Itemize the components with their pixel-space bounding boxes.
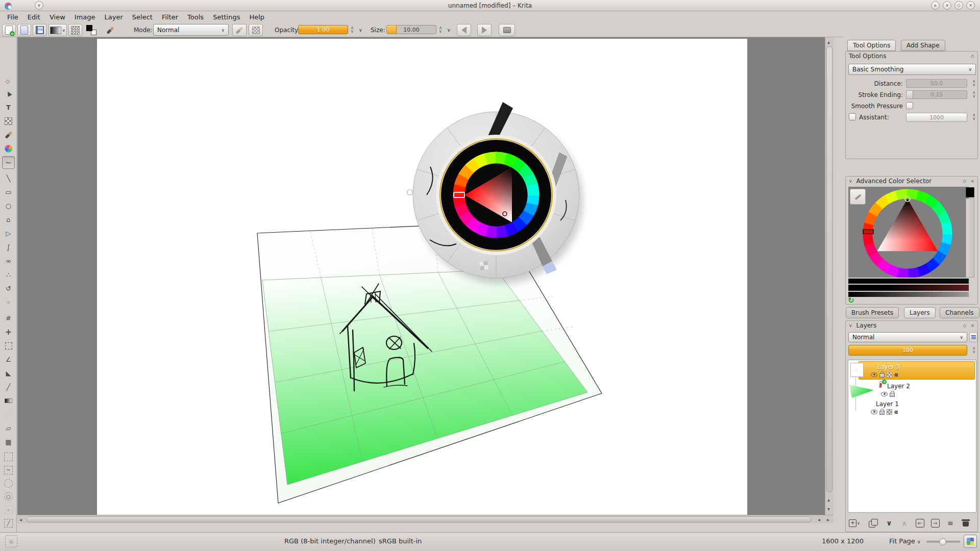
- visibility-eye-icon[interactable]: [871, 372, 877, 377]
- refresh-icon[interactable]: ↻: [848, 296, 854, 305]
- menu-file[interactable]: File: [3, 12, 23, 22]
- smoothing-select[interactable]: Basic Smoothing ∨: [848, 64, 976, 75]
- layer-name[interactable]: Layer 1: [876, 400, 899, 408]
- inherit-alpha-icon[interactable]: [887, 372, 892, 378]
- crop-tool[interactable]: #: [2, 312, 15, 324]
- brush-option-button[interactable]: [232, 24, 247, 36]
- assistant-tool[interactable]: ∗: [2, 296, 15, 309]
- window-shade-button[interactable]: «: [931, 1, 940, 10]
- size-spinner[interactable]: ∧∨: [439, 26, 442, 33]
- move-tool[interactable]: +: [2, 325, 15, 338]
- stroke-ending-spinner[interactable]: ∧∨: [972, 91, 975, 98]
- polygon-tool[interactable]: ⌂: [2, 213, 15, 226]
- move-layer-down-button[interactable]: ∨: [883, 516, 896, 530]
- rect-select-tool[interactable]: [2, 450, 15, 463]
- zoom-mode-select[interactable]: Fit Page ∨: [889, 537, 921, 545]
- polyline-tool[interactable]: ▷: [2, 227, 15, 240]
- shape-handling-tool[interactable]: ▶: [2, 87, 15, 100]
- fill-bucket-tool[interactable]: ◣: [2, 367, 15, 380]
- tab-brush-presets[interactable]: Brush Presets: [846, 307, 899, 318]
- gradient-tool[interactable]: [2, 394, 15, 407]
- menu-help[interactable]: Help: [244, 12, 269, 22]
- layer-properties-button[interactable]: ≡: [944, 516, 957, 530]
- delete-layer-button[interactable]: [959, 516, 972, 530]
- assistant-checkbox[interactable]: [849, 113, 856, 120]
- rectangle-tool[interactable]: ▭: [2, 186, 15, 198]
- menu-view[interactable]: View: [45, 12, 70, 22]
- freehand-path-tool[interactable]: ∞: [2, 255, 15, 267]
- pattern-option-button[interactable]: [249, 24, 263, 36]
- close-icon[interactable]: ×: [970, 179, 974, 184]
- menu-tools[interactable]: Tools: [183, 12, 208, 22]
- tab-add-shape[interactable]: Add Shape: [901, 40, 945, 51]
- workspace-chooser-button[interactable]: [499, 24, 515, 36]
- tab-layers[interactable]: Layers: [904, 307, 936, 318]
- move-layer-left-button[interactable]: ←: [913, 516, 926, 530]
- line-tool[interactable]: ╲: [2, 172, 15, 185]
- size-dropdown[interactable]: ∨: [447, 28, 451, 33]
- visibility-eye-icon[interactable]: [871, 410, 877, 414]
- tab-tool-options[interactable]: Tool Options: [847, 40, 896, 51]
- visibility-eye-icon[interactable]: [881, 392, 888, 396]
- fg-bg-color-button[interactable]: [84, 24, 99, 36]
- menu-image[interactable]: Image: [70, 12, 100, 22]
- menu-select[interactable]: Select: [128, 12, 157, 22]
- menu-filter[interactable]: Filter: [157, 12, 183, 22]
- lock-icon[interactable]: [890, 393, 895, 397]
- layer-blend-mode-select[interactable]: Normal ∨: [848, 332, 967, 342]
- ellipse-select-tool[interactable]: [2, 477, 15, 490]
- perspective-grid-tool[interactable]: ▱: [2, 422, 15, 435]
- collapse-icon[interactable]: ∨: [849, 179, 852, 184]
- canvas-viewport[interactable]: ◂ ◂ ▸ ▴ ▴ ▾: [17, 37, 834, 523]
- paint-select-tool[interactable]: ~: [2, 464, 15, 477]
- new-document-button[interactable]: +: [2, 24, 16, 36]
- selection-indicator-icon[interactable]: ▣: [5, 535, 17, 547]
- text-tool[interactable]: T: [2, 101, 15, 114]
- grid-tool[interactable]: ▦: [2, 436, 15, 448]
- pattern-chooser-button[interactable]: [68, 24, 82, 36]
- scroll-up-icon[interactable]: ▴: [827, 40, 830, 45]
- add-layer-button[interactable]: +∨: [848, 516, 861, 530]
- float-icon[interactable]: ◇: [971, 54, 974, 59]
- brush-editor-button[interactable]: [103, 24, 117, 36]
- window-maximize-button[interactable]: ◇: [954, 1, 963, 10]
- window-minimize-button[interactable]: ∨: [943, 1, 951, 10]
- v-scrollbar-thumb[interactable]: [826, 46, 832, 492]
- h-scrollbar-thumb[interactable]: [27, 516, 811, 522]
- color-picker-tool[interactable]: ╱: [2, 381, 15, 393]
- fill-pattern-tool[interactable]: [2, 115, 15, 128]
- value-strip-3[interactable]: [848, 292, 969, 297]
- menu-settings[interactable]: Settings: [208, 12, 244, 22]
- layer-view-mode-button[interactable]: [969, 332, 977, 342]
- save-button[interactable]: [33, 24, 46, 36]
- acs-side-strip[interactable]: [966, 198, 974, 278]
- scroll-right-icon[interactable]: ▸: [827, 517, 829, 522]
- mirror-horizontal-button[interactable]: [457, 24, 471, 36]
- opacity-dropdown[interactable]: ∨: [359, 28, 362, 33]
- float-icon[interactable]: ◇: [963, 179, 967, 184]
- blend-mode-select[interactable]: Normal ∨: [153, 24, 229, 36]
- transform-tool[interactable]: [2, 339, 15, 352]
- distance-spinner[interactable]: ∧∨: [972, 80, 975, 87]
- scroll-left-icon[interactable]: ◂: [19, 517, 22, 522]
- duplicate-layer-button[interactable]: [866, 516, 879, 530]
- canvas-only-mode-button[interactable]: [964, 535, 977, 548]
- inherit-alpha-icon[interactable]: [887, 409, 892, 415]
- layer3-thumbnail[interactable]: ∴: [850, 363, 864, 377]
- acs-wheel[interactable]: [848, 187, 969, 278]
- ellipse-tool[interactable]: ○: [2, 199, 15, 212]
- bezier-curve-tool[interactable]: ∫: [2, 241, 15, 254]
- move-layer-up-button[interactable]: ∧: [898, 516, 911, 530]
- opacity-spinner[interactable]: ∧∨: [351, 26, 354, 33]
- layer2-thumbnail[interactable]: [849, 382, 874, 398]
- acs-settings-button[interactable]: [850, 189, 866, 205]
- lock-icon[interactable]: [879, 411, 885, 415]
- layer-opacity-spinner[interactable]: ∧∨: [972, 346, 975, 354]
- scroll-down-icon[interactable]: ▾: [827, 507, 830, 512]
- alpha-lock-icon[interactable]: α: [894, 409, 898, 415]
- opacity-slider[interactable]: 1.00: [298, 25, 348, 34]
- multibrush-tool[interactable]: ∴: [2, 268, 15, 281]
- layer-name[interactable]: Layer 3: [877, 363, 900, 370]
- layer-opacity-slider[interactable]: 100: [848, 345, 967, 356]
- path-select-tool[interactable]: ╱: [2, 517, 15, 530]
